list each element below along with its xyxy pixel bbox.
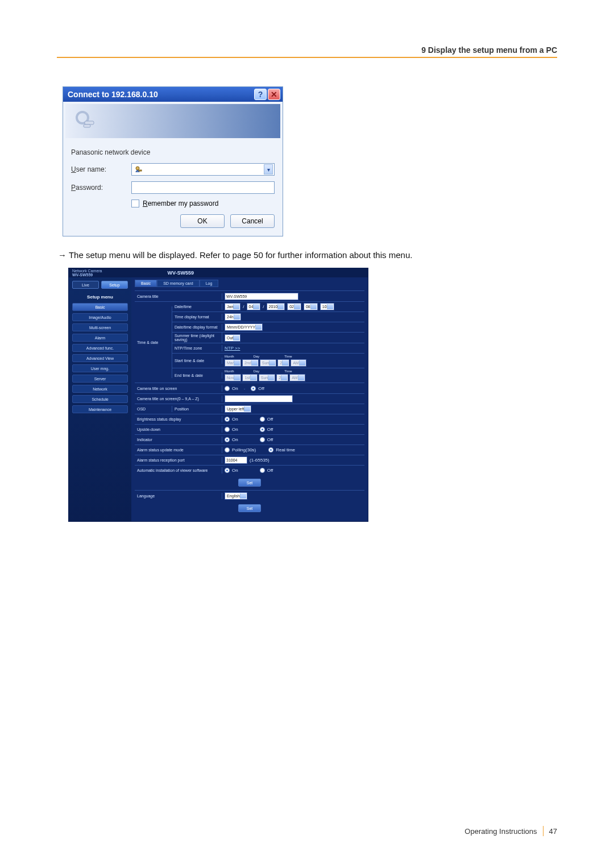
start-ampm[interactable]: AM <box>291 359 306 367</box>
model-small: WV-SW559 <box>72 273 102 277</box>
sidebar-item-schedule[interactable]: Schedule <box>72 395 128 403</box>
username-input[interactable]: ▾ <box>131 163 275 176</box>
year-select[interactable]: 2010 <box>267 303 285 310</box>
polling-radio[interactable] <box>225 447 230 452</box>
sidebar-item-advanced-view[interactable]: Advanced View <box>72 354 128 362</box>
sidebar-item-multi-screen[interactable]: Multi-screen <box>72 323 128 331</box>
dialog-description: Panasonic network device <box>71 148 275 156</box>
instruction-text: → The setup menu will be displayed. Refe… <box>58 250 557 260</box>
model-title: WV-SW559 <box>167 270 194 276</box>
language-label: Language <box>135 493 222 499</box>
sidebar-item-basic[interactable]: Basic <box>72 303 128 311</box>
dialog-banner <box>65 104 280 138</box>
sidebar-item-image-audio[interactable]: Image/Audio <box>72 313 128 321</box>
section-header: 9 Display the setup menu from a PC <box>57 45 557 55</box>
username-label: User name: <box>71 165 131 173</box>
sidebar-item-user-mng[interactable]: User mng. <box>72 364 128 372</box>
setup-menu-screenshot: Network Camera WV-SW559 WV-SW559 Live Se… <box>68 268 368 522</box>
alarm-port-input[interactable]: 31004 <box>225 456 247 464</box>
sidebar-item-maintenance[interactable]: Maintenance <box>72 405 128 413</box>
ctos-label: Camera title on screen <box>135 385 222 392</box>
end-time-label: End time & date <box>172 372 222 379</box>
ok-button[interactable]: OK <box>180 214 225 228</box>
auth-dialog: Connect to 192.168.0.10 ? ✕ Panasonic ne… <box>63 86 283 236</box>
end-week[interactable]: 1st <box>242 374 257 381</box>
ctos-off-radio[interactable] <box>251 386 256 391</box>
alarm-port-label: Alarm status reception port <box>135 457 222 463</box>
footer-divider <box>543 826 544 836</box>
indicator-off-radio[interactable] <box>260 437 265 442</box>
end-month[interactable]: Nov <box>225 374 241 381</box>
auto-install-on-radio[interactable] <box>225 468 230 473</box>
date-display-format-select[interactable]: Mmm/DD/YYYY <box>225 323 263 331</box>
hour-select[interactable]: 02 <box>287 303 301 310</box>
indicator-label: Indicator <box>135 437 222 443</box>
chevron-down-icon[interactable]: ▾ <box>264 164 273 175</box>
datetime-label: Date/time <box>172 304 222 310</box>
language-select[interactable]: English <box>225 492 247 500</box>
password-input[interactable] <box>131 181 275 194</box>
close-button[interactable]: ✕ <box>268 89 280 100</box>
right-tab-sd[interactable]: SD memory card <box>157 280 200 287</box>
sidebar-item-advanced-func[interactable]: Advanced func. <box>72 344 128 352</box>
user-key-icon <box>134 165 142 173</box>
upside-off-radio[interactable] <box>260 427 265 432</box>
sidebar-item-server[interactable]: Server <box>72 375 128 383</box>
end-hour[interactable]: 2 <box>276 374 288 381</box>
right-tab-basic[interactable]: Basic <box>135 280 157 287</box>
min-select[interactable]: 08 <box>304 303 318 310</box>
sidebar: Live Setup Setup menu Basic Image/Audio … <box>69 277 131 521</box>
product-type-label: Network Camera <box>72 269 102 273</box>
end-dow[interactable]: Sun <box>259 374 275 381</box>
summer-time-select[interactable]: Out <box>225 334 240 342</box>
ntp-label: NTP/Time zone <box>172 345 222 351</box>
brightness-on-radio[interactable] <box>225 417 230 422</box>
set-button-2[interactable]: Set <box>238 504 261 512</box>
camera-title-input[interactable]: WV-SW559 <box>225 293 298 300</box>
dialog-titlebar: Connect to 192.168.0.10 ? ✕ <box>63 87 283 102</box>
osd-position-label: Position <box>172 406 222 412</box>
day-select[interactable]: 04 <box>247 303 261 310</box>
sec-select[interactable]: 10 <box>320 303 334 310</box>
time-date-label: Time & date <box>135 306 172 378</box>
help-button[interactable]: ? <box>254 89 267 100</box>
set-button-1[interactable]: Set <box>238 479 261 487</box>
time-display-format-select[interactable]: 24h <box>225 313 241 321</box>
brightness-label: Brightness status display <box>135 416 222 422</box>
remember-label: Remember my password <box>143 200 218 207</box>
month-select[interactable]: Jan <box>225 303 240 310</box>
upside-on-radio[interactable] <box>225 427 230 432</box>
cancel-button[interactable]: Cancel <box>230 214 275 228</box>
ctos-on-radio[interactable] <box>225 386 230 391</box>
brightness-off-radio[interactable] <box>260 417 265 422</box>
summer-time-label: Summer time (daylight saving) <box>172 333 222 343</box>
tab-setup[interactable]: Setup <box>101 281 128 289</box>
start-dow[interactable]: Sun <box>260 359 276 367</box>
realtime-radio[interactable] <box>268 447 273 452</box>
end-ampm[interactable]: AM <box>289 374 305 381</box>
sidebar-item-alarm[interactable]: Alarm <box>72 334 128 342</box>
right-tab-log[interactable]: Log <box>200 280 219 287</box>
upside-label: Upside-down <box>135 426 222 433</box>
osd-position-select[interactable]: Upper left <box>225 405 251 413</box>
password-label: Password: <box>71 184 131 192</box>
ctos-input[interactable] <box>225 395 293 402</box>
time-display-format-label: Time display format <box>172 314 222 320</box>
svg-rect-1 <box>85 121 94 124</box>
start-week[interactable]: 2nd <box>242 359 259 367</box>
svg-rect-2 <box>84 124 90 127</box>
remember-checkbox[interactable] <box>131 200 139 207</box>
footer-text: Operating Instructions <box>464 827 537 836</box>
auto-install-off-radio[interactable] <box>260 468 265 473</box>
start-month[interactable]: Mar <box>225 359 241 367</box>
dialog-title: Connect to 192.168.0.10 <box>68 90 253 99</box>
svg-rect-4 <box>139 170 142 171</box>
start-hour[interactable]: 2 <box>277 359 289 367</box>
ntp-link[interactable]: NTP >> <box>225 346 240 351</box>
tab-live[interactable]: Live <box>72 281 99 289</box>
indicator-on-radio[interactable] <box>225 437 230 442</box>
sidebar-item-network[interactable]: Network <box>72 385 128 393</box>
start-time-label: Start time & date <box>172 358 222 364</box>
content-area: Basic SD memory card Log Camera title WV… <box>131 277 368 521</box>
osd-label: OSD <box>135 406 172 412</box>
